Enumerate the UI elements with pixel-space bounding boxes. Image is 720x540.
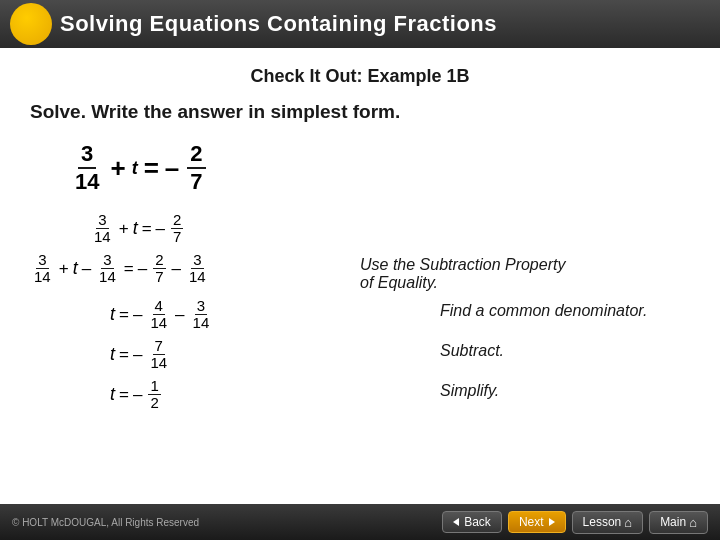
- back-arrow-icon: [453, 518, 459, 526]
- step-4-math: t = – 7 14: [110, 338, 430, 372]
- main-equation: 3 14 + t = – 2 7: [70, 141, 690, 196]
- minus-sign: –: [165, 153, 179, 184]
- step-5: t = – 1 2 Simplify.: [30, 378, 690, 412]
- main-home-icon: ⌂: [689, 515, 697, 530]
- step2-frac4: 3 14: [187, 252, 208, 286]
- step-3-math: t = – 4 14 – 3 14: [110, 298, 430, 332]
- next-arrow-icon: [549, 518, 555, 526]
- step-1: 3 14 + t = – 2 7: [30, 212, 690, 246]
- step3-frac1: 4 14: [148, 298, 169, 332]
- header: Solving Equations Containing Fractions: [0, 0, 720, 48]
- main-button[interactable]: Main ⌂: [649, 511, 708, 534]
- example-subtitle: Check It Out: Example 1B: [30, 66, 690, 87]
- back-label: Back: [464, 515, 491, 529]
- lesson-label: Lesson: [583, 515, 622, 529]
- step1-frac1: 3 14: [92, 212, 113, 246]
- step-4-comment: Subtract.: [440, 338, 504, 360]
- step-1-math: 3 14 + t = – 2 7: [90, 212, 410, 246]
- lesson-home-icon: ⌂: [624, 515, 632, 530]
- step5-frac1: 1 2: [148, 378, 160, 412]
- step2-frac1: 3 14: [32, 252, 53, 286]
- frac-3-14: 3 14: [72, 141, 102, 196]
- step-4: t = – 7 14 Subtract.: [30, 338, 690, 372]
- lesson-button[interactable]: Lesson ⌂: [572, 511, 644, 534]
- equals-sign: =: [144, 153, 159, 184]
- back-button[interactable]: Back: [442, 511, 502, 533]
- step-2: 3 14 + t – 3 14 = – 2 7 – 3 14 Use the S…: [30, 252, 690, 292]
- nav-buttons-group: Back Next Lesson ⌂ Main ⌂: [442, 511, 708, 534]
- instruction-text: Solve. Write the answer in simplest form…: [30, 101, 690, 123]
- step3-frac2: 3 14: [191, 298, 212, 332]
- step4-frac1: 7 14: [148, 338, 169, 372]
- frac-2-7: 2 7: [187, 141, 205, 196]
- step-2-math: 3 14 + t – 3 14 = – 2 7 – 3 14: [30, 252, 350, 286]
- step-2-comment: Use the Subtraction Propertyof Equality.: [360, 252, 565, 292]
- step2-frac2: 3 14: [97, 252, 118, 286]
- step-5-math: t = – 1 2: [110, 378, 430, 412]
- next-button[interactable]: Next: [508, 511, 566, 533]
- header-circle-icon: [10, 3, 52, 45]
- plus-sign: +: [110, 153, 125, 184]
- main-label: Main: [660, 515, 686, 529]
- main-content: Check It Out: Example 1B Solve. Write th…: [0, 48, 720, 428]
- variable-t: t: [132, 158, 138, 179]
- next-label: Next: [519, 515, 544, 529]
- page-title: Solving Equations Containing Fractions: [60, 11, 497, 37]
- bottom-navigation: © HOLT McDOUGAL, All Rights Reserved Bac…: [0, 504, 720, 540]
- step-3: t = – 4 14 – 3 14 Find a common denomina…: [30, 298, 690, 332]
- step1-frac2: 2 7: [171, 212, 183, 246]
- copyright-text: © HOLT McDOUGAL, All Rights Reserved: [12, 517, 199, 528]
- step-5-comment: Simplify.: [440, 378, 499, 400]
- step-3-comment: Find a common denominator.: [440, 298, 648, 320]
- step2-frac3: 2 7: [153, 252, 165, 286]
